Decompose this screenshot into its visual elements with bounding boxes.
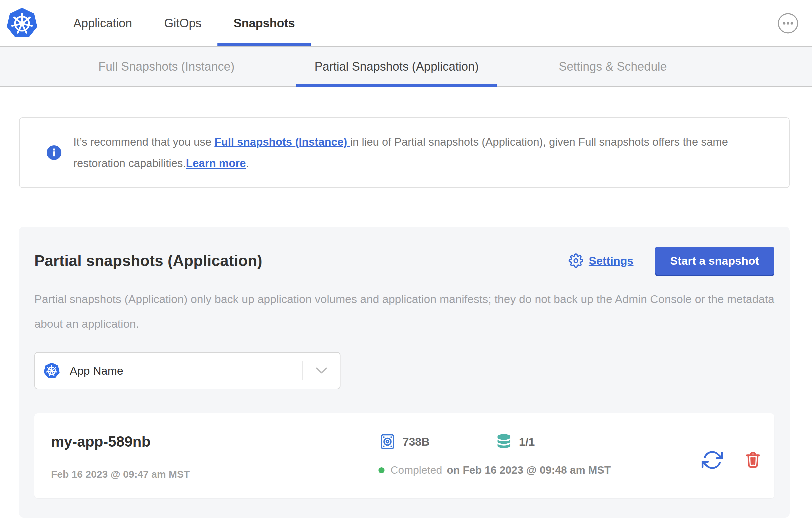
settings-link-label: Settings <box>589 254 633 267</box>
status-dot-icon <box>378 467 385 473</box>
snapshot-status-row: Completed on Feb 16 2023 @ 09:48 am MST <box>378 464 701 476</box>
snapshot-size: 738B <box>403 435 430 448</box>
restore-icon <box>701 449 723 471</box>
nav-item-snapshots[interactable]: Snapshots <box>217 0 311 46</box>
ellipsis-circle-icon <box>777 13 799 34</box>
gear-icon <box>568 253 583 268</box>
kubernetes-logo-icon <box>7 8 37 39</box>
snapshot-volumes-metric: 1/1 <box>495 433 535 451</box>
nav-item-gitops[interactable]: GitOps <box>148 0 217 46</box>
partial-snapshots-panel: Partial snapshots (Application) Settings… <box>19 227 790 518</box>
tab-settings-schedule[interactable]: Settings & Schedule <box>540 47 685 86</box>
top-header: Application GitOps Snapshots <box>0 0 812 46</box>
primary-nav: Application GitOps Snapshots <box>57 0 311 46</box>
database-icon <box>495 433 513 451</box>
chevron-down-icon <box>316 367 327 374</box>
snapshot-name: my-app-589nb <box>51 433 378 450</box>
kubernetes-icon <box>44 363 60 379</box>
panel-title: Partial snapshots (Application) <box>34 252 262 270</box>
learn-more-link[interactable]: Learn more <box>186 157 246 169</box>
trash-icon <box>744 451 762 469</box>
banner-segment-3: . <box>246 157 249 169</box>
start-snapshot-button[interactable]: Start a snapshot <box>655 247 774 275</box>
tab-full-snapshots-instance[interactable]: Full Snapshots (Instance) <box>80 47 253 86</box>
snapshot-completed-date: on Feb 16 2023 @ 09:48 am MST <box>447 464 611 476</box>
snapshot-volume-count: 1/1 <box>519 435 535 448</box>
overflow-menu-button[interactable] <box>777 13 799 34</box>
snapshot-actions <box>701 449 762 471</box>
info-banner: It’s recommend that you use Full snapsho… <box>19 117 790 188</box>
delete-snapshot-button[interactable] <box>744 451 762 469</box>
restore-snapshot-button[interactable] <box>701 449 723 471</box>
snapshots-tabbar: Full Snapshots (Instance) Partial Snapsh… <box>0 46 812 87</box>
snapshot-settings-link[interactable]: Settings <box>568 253 633 268</box>
snapshot-started-date: Feb 16 2023 @ 09:47 am MST <box>51 469 378 480</box>
disk-icon <box>378 433 396 451</box>
banner-text: It’s recommend that you use Full snapsho… <box>73 131 767 174</box>
panel-header: Partial snapshots (Application) Settings… <box>34 247 774 275</box>
app-name-value: App Name <box>70 364 124 377</box>
snapshot-size-metric: 738B <box>378 433 430 451</box>
snapshot-status: Completed <box>391 464 442 476</box>
app-name-dropdown[interactable]: App Name <box>34 352 340 389</box>
panel-description: Partial snapshots (Application) only bac… <box>34 287 774 336</box>
info-icon <box>46 145 62 161</box>
full-snapshots-link[interactable]: Full snapshots (Instance) <box>214 136 350 148</box>
banner-segment-1: It’s recommend that you use <box>73 136 214 148</box>
tab-partial-snapshots-application[interactable]: Partial Snapshots (Application) <box>296 47 497 86</box>
snapshot-row: my-app-589nb Feb 16 2023 @ 09:47 am MST … <box>34 413 774 498</box>
nav-item-application[interactable]: Application <box>57 0 148 46</box>
